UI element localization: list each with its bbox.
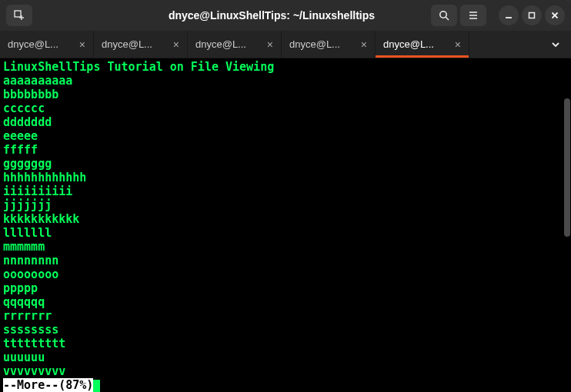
svg-rect-0 <box>15 11 21 17</box>
maximize-icon <box>527 11 536 20</box>
svg-point-3 <box>440 12 446 18</box>
terminal-line: rrrrrrr <box>3 309 568 323</box>
terminal-tab[interactable]: dnyce@L... × <box>376 31 469 58</box>
tab-label: dnyce@L... <box>102 38 152 50</box>
terminal-line: uuuuuu <box>3 350 568 364</box>
hamburger-icon <box>468 10 479 21</box>
terminal-line: mmmmmm <box>3 240 568 254</box>
new-tab-icon <box>14 10 25 21</box>
terminal-line: kkkkkkkkkkk <box>3 212 568 226</box>
terminal-line: oooooooo <box>3 267 568 281</box>
terminal-line: vvvvvvvvv <box>3 364 568 378</box>
terminal-line: jjjjjjj <box>3 198 568 212</box>
close-button[interactable] <box>545 5 565 25</box>
terminal-tab[interactable]: dnyce@L... × <box>188 31 282 58</box>
terminal-tab[interactable]: dnyce@L... × <box>94 31 188 58</box>
maximize-button[interactable] <box>522 5 542 25</box>
terminal-line: eeeee <box>3 129 568 143</box>
scrollbar[interactable] <box>563 60 571 383</box>
terminal-line: LinuxShellTips Tutorial on File Viewing <box>3 60 568 74</box>
scrollbar-thumb[interactable] <box>564 98 570 237</box>
tab-bar: dnyce@L... × dnyce@L... × dnyce@L... × d… <box>0 31 571 58</box>
window-title: dnyce@LinuxShellTips: ~/Linuxshelltips <box>115 9 428 22</box>
close-icon <box>550 11 559 20</box>
terminal-line: cccccc <box>3 101 568 115</box>
terminal-line: aaaaaaaaaa <box>3 74 568 88</box>
search-button[interactable] <box>431 5 457 26</box>
more-status: --More--(87%) <box>3 378 93 392</box>
terminal-line: hhhhhhhhhhhh <box>3 171 568 184</box>
more-prompt-line: --More--(87%) <box>3 378 568 392</box>
terminal-line: lllllll <box>3 226 568 240</box>
terminal-line: ddddddd <box>3 115 568 129</box>
minimize-button[interactable] <box>499 5 519 25</box>
terminal-line: fffff <box>3 143 568 157</box>
terminal-line: ggggggg <box>3 157 568 171</box>
terminal-tab[interactable]: dnyce@L... × <box>0 31 94 58</box>
tabs-dropdown-button[interactable] <box>540 31 571 58</box>
terminal-line: nnnnnnnn <box>3 254 568 267</box>
terminal-line: ttttttttt <box>3 337 568 350</box>
window-titlebar: dnyce@LinuxShellTips: ~/Linuxshelltips <box>0 0 571 31</box>
svg-rect-9 <box>529 13 535 18</box>
tab-close-icon[interactable]: × <box>455 38 461 51</box>
terminal-line: qqqqqq <box>3 295 568 309</box>
tab-label: dnyce@L... <box>383 38 434 50</box>
svg-line-4 <box>446 17 449 20</box>
tab-close-icon[interactable]: × <box>267 38 273 51</box>
new-tab-button[interactable] <box>6 5 32 26</box>
terminal-line: bbbbbbbb <box>3 88 568 101</box>
terminal-line: ppppp <box>3 281 568 295</box>
search-icon <box>439 10 449 21</box>
tab-close-icon[interactable]: × <box>361 38 367 51</box>
terminal-tab[interactable]: dnyce@L... × <box>282 31 376 58</box>
terminal-viewport[interactable]: LinuxShellTips Tutorial on File Viewing … <box>0 58 571 392</box>
tab-label: dnyce@L... <box>289 38 340 50</box>
menu-button[interactable] <box>460 5 486 26</box>
terminal-line: iiiiiiiiii <box>3 184 568 198</box>
tab-label: dnyce@L... <box>8 38 58 50</box>
tab-label: dnyce@L... <box>195 38 246 50</box>
minimize-icon <box>504 11 513 20</box>
tab-close-icon[interactable]: × <box>173 38 179 51</box>
terminal-line: ssssssss <box>3 323 568 337</box>
chevron-down-icon <box>550 39 561 50</box>
terminal-cursor <box>93 380 100 392</box>
tab-close-icon[interactable]: × <box>79 38 85 51</box>
